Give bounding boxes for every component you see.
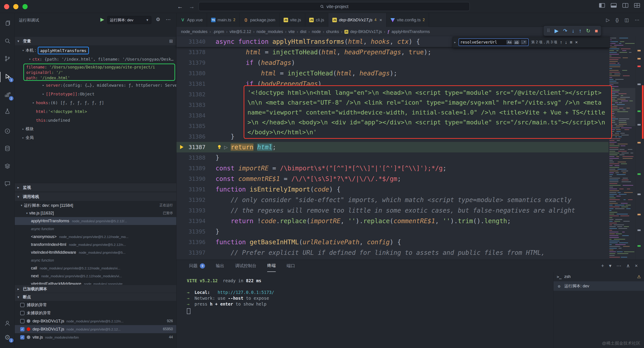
step-into-icon[interactable]: ↓ [572,28,574,34]
whole-word-toggle[interactable]: ab [514,40,520,44]
terminal-list-item[interactable]: ⚙运行脚本: dev [554,281,644,291]
activity-item-source-control[interactable] [0,54,15,64]
editor-line[interactable]: 31388} [176,152,608,163]
stop-icon[interactable]: ■ [595,28,598,34]
breadcrumb-item[interactable]: node_modules [256,30,283,34]
minimap[interactable] [608,36,636,260]
panel-tab-终端[interactable]: 终端 [267,260,276,272]
editor-line[interactable]: 31378 html = injectToHead(html, headPrep… [176,47,608,58]
line-number[interactable]: 31389 [176,163,216,174]
variable-row[interactable]: ▸全局 [15,133,176,142]
line-number[interactable]: 31388 [176,152,216,163]
line-number[interactable]: 31392 [176,195,216,205]
activity-item-account[interactable] [0,318,15,329]
editor-line[interactable]: 31390const commentRE$1 = /\/\*[\s\S]*?\*… [176,174,608,184]
line-number[interactable]: 31381 [176,78,216,89]
terminal-dropdown-icon[interactable]: ▾ [609,263,612,269]
find-input[interactable]: resolveServerUrl Aa ab .* [458,38,528,46]
breadcrumb-item[interactable]: vite@5.2.12 [230,30,251,34]
breakpoint-row[interactable]: 未捕获的异常 [15,309,176,317]
breakpoint-checkbox[interactable] [20,303,24,307]
breakpoint-row[interactable]: ✓dep-BKbDVx1T.jsnode_modules/.pnpm/vite@… [15,325,176,333]
find-in-selection-icon[interactable]: ≡ [570,40,572,45]
call-stack-row[interactable]: ▾vite.js [11632]已暂停 [15,209,176,217]
line-number[interactable]: 31378 [176,47,216,58]
editor-line[interactable]: 31389const importRE = /\bimport\s*("[^"]… [176,163,608,174]
line-number[interactable]: 31380 [176,68,216,78]
nav-forward-button[interactable]: → [187,2,196,11]
run-icon[interactable]: ▷ [606,17,610,23]
breadcrumb-item[interactable]: .pnpm [213,30,224,34]
activity-item-remote[interactable] [0,126,15,137]
editor-line[interactable]: 31379 if (headTags) [176,58,608,68]
breadcrumb-item[interactable]: vite [288,30,295,34]
close-window-button[interactable] [4,4,9,9]
lightbulb-icon[interactable] [217,144,222,151]
breakpoint-checkbox[interactable]: ✓ [20,335,24,340]
activity-item-settings[interactable]: ⚙1 [0,332,15,342]
breakpoint-row[interactable]: 捕获的异常 [15,301,176,309]
tab-vite.js[interactable]: JSvite.js [280,13,306,27]
variable-row[interactable]: this: undefined [15,116,176,124]
line-number[interactable]: 31396 [176,237,216,248]
find-next-icon[interactable]: ↓ [565,40,567,45]
zoom-window-button[interactable] [22,4,28,9]
breakpoint-row[interactable]: ✓vite.jsnode_modules/vite/bin44 [15,333,176,341]
editor-line[interactable]: 31394 return !code.replace(importRE, '')… [176,216,608,226]
tab-vite.config.ts[interactable]: vite.config.ts2 [386,13,429,27]
close-find-icon[interactable]: × [575,40,578,45]
editor-line[interactable]: 31393 // the regexes will remove too lit… [176,205,608,216]
split-editor-icon[interactable]: ◫ [624,17,629,23]
call-stack-row[interactable]: nextnode_modules/.pnpm/vite@5.2.12/node_… [15,272,176,280]
terminal-list-item[interactable]: >_zsh⚠ [554,272,644,281]
activity-item-chat[interactable] [0,179,15,189]
line-number[interactable]: 31383 [176,100,216,110]
variables-section-header[interactable]: ▾ 变量 ⊞ [15,36,176,45]
line-number[interactable]: 31379 [176,58,216,68]
variable-row[interactable]: ▸server: {config: {…}, middlewares: ƒ, h… [15,81,176,90]
line-number[interactable]: 31390 [176,174,216,184]
call-stack-row[interactable]: ▾运行脚本: dev: npm [11584]正在运行 [15,202,176,209]
line-number[interactable]: 31386 [176,131,216,142]
launch-config-select[interactable]: 运行脚本: dev ▼ [107,16,151,24]
editor-line[interactable]: 31397 // Prefer explicit URL if defined … [176,248,608,258]
continue-icon[interactable]: ▶ [555,28,559,34]
sidebar-more-icon[interactable]: ⋯ [166,16,171,22]
variable-row[interactable]: html: '<!doctype html> [15,107,176,116]
scope-local-row[interactable]: ▾ 本机 : applyHtmlTransforms [15,46,176,55]
breakpoints-section-header[interactable]: ▾ 断点 [15,293,176,301]
breakpoint-checkbox[interactable]: ✓ [20,327,24,332]
customize-layout-icon[interactable] [634,3,640,8]
regex-toggle[interactable]: .* [521,40,527,44]
line-number[interactable]: 31340 [176,36,216,47]
call-stack-section-header[interactable]: ▾ 调用堆栈 [15,192,176,201]
step-out-icon[interactable]: ↑ [579,28,582,34]
line-number[interactable]: 31395 [176,226,216,237]
panel-tab-问题[interactable]: 问题9 [189,260,205,272]
breakpoint-checkbox[interactable] [20,319,24,323]
line-number[interactable]: 31397 [176,248,216,258]
breakpoint-checkbox[interactable] [20,311,24,315]
restart-icon[interactable]: ↻ [586,28,590,34]
tab-package.json[interactable]: {}package.json [240,13,280,27]
variables-panes-icon[interactable]: ⊞ [169,38,173,44]
breadcrumb-item[interactable]: applyHtmlTransforms [392,30,430,34]
activity-item-run-debug[interactable]: 1 [0,72,15,82]
tab-cli.js[interactable]: JScli.js [305,13,328,27]
close-panel-icon[interactable]: × [635,263,638,269]
close-icon[interactable]: × [380,17,382,23]
panel-tab-输出[interactable]: 输出 [216,260,224,272]
find-previous-icon[interactable]: ↑ [560,40,562,45]
call-stack-row[interactable]: callnode_modules/.pnpm/vite@5.2.12/node_… [15,264,176,272]
start-debug-button[interactable]: ▶ [100,16,104,22]
tab-dep-BKbDVx1T.js[interactable]: JSdep-BKbDVx1T.js4× [328,13,386,27]
toggle-secondary-sidebar-icon[interactable] [622,3,628,8]
breadcrumb-item[interactable]: node_modules [181,30,208,34]
step-over-icon[interactable]: ↷ [563,28,567,34]
watch-section-header[interactable]: ▸ 监视 [15,183,176,192]
maximize-panel-icon[interactable]: ∧ [626,263,630,269]
minimize-window-button[interactable] [13,4,18,9]
tab-App.vue[interactable]: VApp.vue [176,13,207,27]
line-number[interactable]: 31393 [176,205,216,216]
activity-item-search[interactable] [0,36,15,46]
